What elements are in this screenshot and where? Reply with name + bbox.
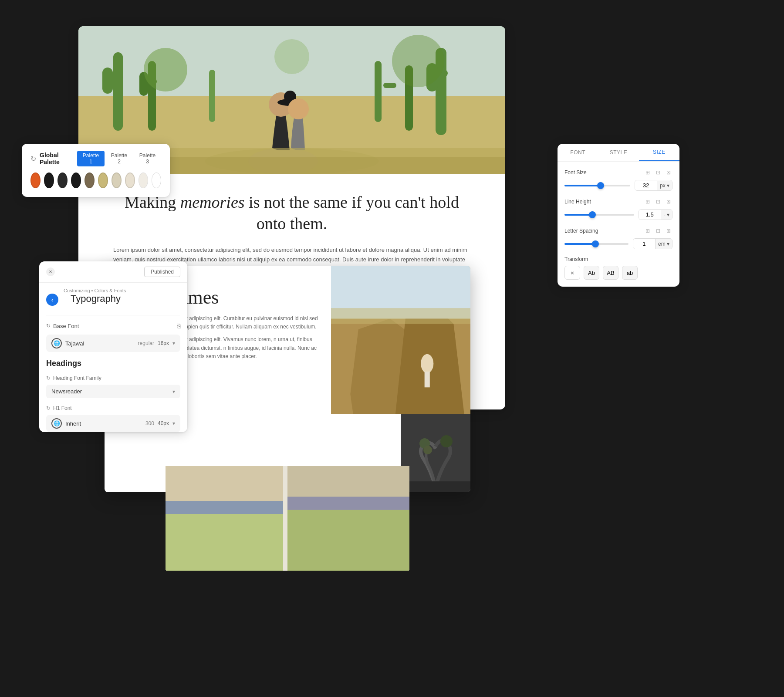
line-height-unit[interactable]: - ▾ xyxy=(661,210,672,220)
transform-uppercase-btn[interactable]: AB xyxy=(603,266,618,280)
base-font-header: ↻ Base Font ⎘ xyxy=(46,322,180,329)
h1-font-row[interactable]: 🌐 Inherit 300 40px ▾ xyxy=(46,415,180,432)
svg-rect-31 xyxy=(425,372,430,387)
font-size-row: Font Size ⊞ ⊡ ⊠ px ▾ xyxy=(564,169,672,191)
hff-label-row: ↻ Heading Font Family xyxy=(46,375,180,381)
font-size-slider-row: px ▾ xyxy=(564,180,672,191)
transform-buttons: × Ab AB ab xyxy=(564,266,672,280)
typography-panel: × Published ‹ Customizing • Colors & Fon… xyxy=(39,261,187,432)
line-height-fill xyxy=(564,214,592,216)
font-size-thumb[interactable] xyxy=(597,182,604,189)
line-height-icon-1[interactable]: ⊞ xyxy=(644,198,652,206)
tab-size[interactable]: SIZE xyxy=(639,144,679,161)
copy-icon[interactable]: ⎘ xyxy=(177,322,180,329)
transform-capitalize-btn[interactable]: Ab xyxy=(584,266,599,280)
base-font-name: Tajawal xyxy=(65,340,135,347)
back-button[interactable]: ‹ xyxy=(46,294,58,306)
h1-weight: 300 xyxy=(145,420,154,426)
palette-tab-1[interactable]: Palette 1 xyxy=(77,151,105,166)
letter-spacing-icons: ⊞ ⊡ ⊠ xyxy=(644,227,672,235)
website-headline: Making memories is not the same if you c… xyxy=(113,192,470,235)
transform-section: Transform × Ab AB ab xyxy=(564,256,672,280)
swatch-brown[interactable] xyxy=(84,173,95,188)
svg-rect-40 xyxy=(166,510,283,571)
swatch-cream[interactable] xyxy=(125,173,135,188)
base-font-section: ↻ Base Font ⎘ 🌐 Tajawal regular 16px ▾ xyxy=(39,315,187,359)
base-font-dropdown-icon[interactable]: ▾ xyxy=(172,340,175,346)
line-height-input[interactable] xyxy=(639,210,661,220)
letter-spacing-thumb[interactable] xyxy=(592,240,599,247)
base-font-row[interactable]: 🌐 Tajawal regular 16px ▾ xyxy=(46,335,180,352)
swatch-dark-gray[interactable] xyxy=(57,173,68,188)
swatch-light-tan[interactable] xyxy=(112,173,122,188)
font-size-unit[interactable]: px ▾ xyxy=(657,181,672,190)
transform-label: Transform xyxy=(564,256,672,262)
svg-point-35 xyxy=(423,446,432,454)
h1-font-section: ↻ H1 Font 🌐 Inherit 300 40px ▾ xyxy=(46,405,180,432)
headings-title: Headings xyxy=(46,359,180,368)
hff-label: Heading Font Family xyxy=(53,375,101,381)
hff-dropdown-icon: ▾ xyxy=(172,389,175,395)
heading-font-value: Newsreader xyxy=(51,388,82,395)
svg-rect-29 xyxy=(331,308,470,324)
letter-spacing-slider[interactable] xyxy=(564,243,629,245)
bottom-gallery xyxy=(166,466,409,571)
letter-spacing-icon-2[interactable]: ⊡ xyxy=(654,227,662,235)
svg-rect-36 xyxy=(401,481,470,492)
palette-title-row: ↻ Global Palette xyxy=(30,152,77,166)
bottom-gallery-svg xyxy=(166,466,409,571)
hff-refresh-icon[interactable]: ↻ xyxy=(46,375,51,381)
h1-dropdown-icon[interactable]: ▾ xyxy=(172,420,175,426)
close-button[interactable]: × xyxy=(46,267,55,276)
h1-refresh-icon[interactable]: ↻ xyxy=(46,405,51,411)
heading-font-family: ↻ Heading Font Family Newsreader ▾ xyxy=(46,375,180,398)
swatch-black[interactable] xyxy=(44,173,54,188)
color-swatches xyxy=(30,173,161,188)
font-size-icon-1[interactable]: ⊞ xyxy=(644,169,652,176)
palette-tab-2[interactable]: Palette 2 xyxy=(105,151,133,166)
palette-header: ↻ Global Palette Palette 1 Palette 2 Pal… xyxy=(30,151,161,166)
tab-style[interactable]: STYLE xyxy=(598,144,639,161)
swatch-near-black[interactable] xyxy=(71,173,81,188)
line-height-thumb[interactable] xyxy=(589,211,596,218)
bottom-images-right xyxy=(331,266,470,492)
font-size-input[interactable] xyxy=(635,180,657,190)
transform-lowercase-btn[interactable]: ab xyxy=(622,266,638,280)
breadcrumb: Customizing • Colors & Fonts xyxy=(64,288,128,293)
published-button[interactable]: Published xyxy=(144,267,180,277)
global-palette-panel: ↻ Global Palette Palette 1 Palette 2 Pal… xyxy=(22,144,170,197)
svg-rect-43 xyxy=(287,497,409,510)
letter-spacing-unit[interactable]: em ▾ xyxy=(655,239,672,249)
letter-spacing-input[interactable] xyxy=(633,239,655,249)
base-font-refresh-icon[interactable]: ↻ xyxy=(46,323,51,329)
palette-title: Global Palette xyxy=(40,152,77,166)
font-size-slider[interactable] xyxy=(564,185,630,186)
font-size-icons: ⊞ ⊡ ⊠ xyxy=(644,169,672,176)
h1-label: H1 Font xyxy=(53,405,72,411)
font-size-icon-3[interactable]: ⊠ xyxy=(665,169,672,176)
heading-font-select[interactable]: Newsreader ▾ xyxy=(46,385,180,398)
line-height-label-row: Line Height ⊞ ⊡ ⊠ xyxy=(564,198,672,206)
font-size-icon-2[interactable]: ⊡ xyxy=(654,169,662,176)
font-size-label-row: Font Size ⊞ ⊡ ⊠ xyxy=(564,169,672,176)
line-height-slider[interactable] xyxy=(564,214,634,216)
font-size-fill xyxy=(564,185,601,186)
svg-point-25 xyxy=(274,39,309,74)
transform-none-btn[interactable]: × xyxy=(564,266,580,280)
swatch-orange[interactable] xyxy=(30,173,41,188)
plant-svg xyxy=(401,414,470,492)
letter-spacing-icon-1[interactable]: ⊞ xyxy=(644,227,652,235)
tab-font[interactable]: FONT xyxy=(558,144,598,161)
svg-rect-3 xyxy=(113,52,123,131)
letter-spacing-input-group: em ▾ xyxy=(633,238,672,249)
swatch-white[interactable] xyxy=(152,173,161,188)
swatch-off-white[interactable] xyxy=(139,173,148,188)
line-height-icon-3[interactable]: ⊠ xyxy=(665,198,672,206)
palette-tab-3[interactable]: Palette 3 xyxy=(134,151,161,166)
line-height-icon-2[interactable]: ⊡ xyxy=(654,198,662,206)
palette-tabs: Palette 1 Palette 2 Palette 3 xyxy=(77,151,161,166)
swatch-tan[interactable] xyxy=(98,173,108,188)
base-font-weight: regular xyxy=(138,340,154,346)
refresh-icon[interactable]: ↻ xyxy=(30,155,36,163)
letter-spacing-icon-3[interactable]: ⊠ xyxy=(665,227,672,235)
